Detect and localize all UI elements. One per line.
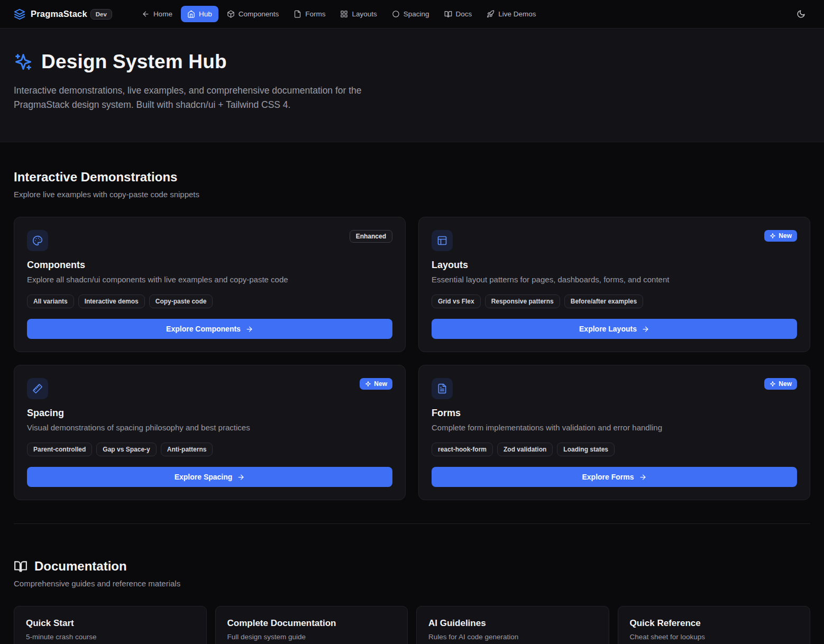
moon-icon bbox=[796, 10, 805, 19]
demo-card-layouts: New Layouts Essential layout patterns fo… bbox=[418, 217, 810, 352]
hero: Design System Hub Interactive demonstrat… bbox=[0, 29, 824, 142]
theme-toggle-button[interactable] bbox=[791, 5, 810, 24]
tag: Copy-paste code bbox=[149, 295, 213, 308]
nav-item-layouts[interactable]: Layouts bbox=[334, 6, 383, 22]
demo-grid: Enhanced Components Explore all shadcn/u… bbox=[14, 217, 810, 500]
section-divider bbox=[14, 523, 810, 524]
doc-card-quick-reference[interactable]: Quick Reference Cheat sheet for lookups bbox=[618, 606, 811, 644]
tag: Grid vs Flex bbox=[432, 295, 481, 308]
card-title: Spacing bbox=[27, 408, 392, 419]
new-badge: New bbox=[764, 230, 797, 242]
brand[interactable]: PragmaStack bbox=[14, 8, 87, 20]
interactive-demonstrations-section: Interactive Demonstrations Explore live … bbox=[14, 170, 810, 500]
doc-card-complete-documentation[interactable]: Complete Documentation Full design syste… bbox=[215, 606, 408, 644]
arrow-right-icon bbox=[639, 473, 647, 481]
docs-subheading: Comprehensive guides and reference mater… bbox=[14, 579, 810, 588]
explore-components-button[interactable]: Explore Components bbox=[27, 319, 392, 339]
explore-layouts-button[interactable]: Explore Layouts bbox=[432, 319, 797, 339]
doc-card-ai-guidelines[interactable]: AI Guidelines Rules for AI code generati… bbox=[416, 606, 609, 644]
card-title: Layouts bbox=[432, 260, 797, 271]
docs-grid: Quick Start 5-minute crash course Comple… bbox=[14, 606, 810, 644]
file-icon bbox=[294, 10, 301, 18]
nav-item-spacing[interactable]: Spacing bbox=[386, 6, 436, 22]
nav-item-live-demos[interactable]: Live Demos bbox=[480, 6, 542, 22]
demo-card-forms: New Forms Complete form implementations … bbox=[418, 365, 810, 500]
card-title: Components bbox=[27, 260, 392, 271]
card-description: Complete form implementations with valid… bbox=[432, 423, 797, 432]
tag: Interactive demos bbox=[78, 295, 145, 308]
book-open-icon bbox=[444, 10, 452, 18]
palette-icon bbox=[27, 230, 48, 251]
sparkles-icon bbox=[14, 52, 33, 71]
card-description: Explore all shadcn/ui components with li… bbox=[27, 275, 392, 284]
tag: Zod validation bbox=[497, 443, 553, 456]
tag-row: react-hook-form Zod validation Loading s… bbox=[432, 443, 797, 456]
nav-item-home[interactable]: Home bbox=[135, 6, 179, 22]
docs-heading: Documentation bbox=[14, 559, 810, 574]
arrow-right-icon bbox=[237, 473, 245, 481]
nav-item-docs[interactable]: Docs bbox=[438, 6, 479, 22]
tag: All variants bbox=[27, 295, 74, 308]
ruler-icon bbox=[27, 378, 48, 399]
brand-name: PragmaStack bbox=[31, 9, 87, 19]
arrow-right-icon bbox=[642, 325, 649, 333]
navbar: PragmaStack Dev Home Hub Components Form… bbox=[0, 0, 824, 29]
circle-icon bbox=[392, 10, 400, 18]
explore-forms-button[interactable]: Explore Forms bbox=[432, 467, 797, 487]
tag: Gap vs Space-y bbox=[96, 443, 156, 456]
demo-card-components: Enhanced Components Explore all shadcn/u… bbox=[14, 217, 406, 352]
documentation-section: Documentation Comprehensive guides and r… bbox=[14, 559, 810, 644]
package-icon bbox=[227, 10, 235, 18]
tag: react-hook-form bbox=[432, 443, 493, 456]
tag: Responsive patterns bbox=[485, 295, 560, 308]
card-description: Visual demonstrations of spacing philoso… bbox=[27, 423, 392, 432]
house-icon bbox=[187, 10, 195, 18]
tag: Before/after examples bbox=[564, 295, 643, 308]
grid-icon bbox=[340, 10, 348, 18]
panels-icon bbox=[432, 230, 453, 251]
env-badge: Dev bbox=[90, 9, 112, 20]
demos-subheading: Explore live examples with copy-paste co… bbox=[14, 190, 810, 199]
sparkles-icon bbox=[770, 233, 776, 239]
enhanced-badge: Enhanced bbox=[350, 230, 392, 243]
sparkles-icon bbox=[770, 381, 776, 387]
card-description: Essential layout patterns for pages, das… bbox=[432, 275, 797, 284]
explore-spacing-button[interactable]: Explore Spacing bbox=[27, 467, 392, 487]
new-badge: New bbox=[764, 378, 797, 390]
arrow-right-icon bbox=[245, 325, 253, 333]
hero-subtitle: Interactive demonstrations, live example… bbox=[14, 84, 409, 112]
tag: Anti-patterns bbox=[161, 443, 213, 456]
demo-card-spacing: New Spacing Visual demonstrations of spa… bbox=[14, 365, 406, 500]
file-text-icon bbox=[432, 378, 453, 399]
sparkles-icon bbox=[365, 381, 371, 387]
tag: Loading states bbox=[557, 443, 615, 456]
nav-item-components[interactable]: Components bbox=[221, 6, 286, 22]
nav-item-hub[interactable]: Hub bbox=[181, 6, 218, 22]
card-title: Forms bbox=[432, 408, 797, 419]
tag: Parent-controlled bbox=[27, 443, 92, 456]
arrow-left-icon bbox=[142, 10, 150, 18]
tag-row: All variants Interactive demos Copy-past… bbox=[27, 295, 392, 308]
new-badge: New bbox=[360, 378, 392, 390]
doc-card-quick-start[interactable]: Quick Start 5-minute crash course bbox=[14, 606, 207, 644]
book-open-icon bbox=[14, 559, 28, 573]
rocket-icon bbox=[487, 10, 495, 18]
main-nav: Home Hub Components Forms Layouts Spacin… bbox=[135, 6, 543, 22]
demos-heading: Interactive Demonstrations bbox=[14, 170, 810, 185]
tag-row: Grid vs Flex Responsive patterns Before/… bbox=[432, 295, 797, 308]
page-title: Design System Hub bbox=[14, 51, 810, 73]
nav-item-forms[interactable]: Forms bbox=[287, 6, 332, 22]
tag-row: Parent-controlled Gap vs Space-y Anti-pa… bbox=[27, 443, 392, 456]
main-content: Interactive Demonstrations Explore live … bbox=[0, 170, 824, 644]
layers-logo-icon bbox=[14, 8, 25, 20]
